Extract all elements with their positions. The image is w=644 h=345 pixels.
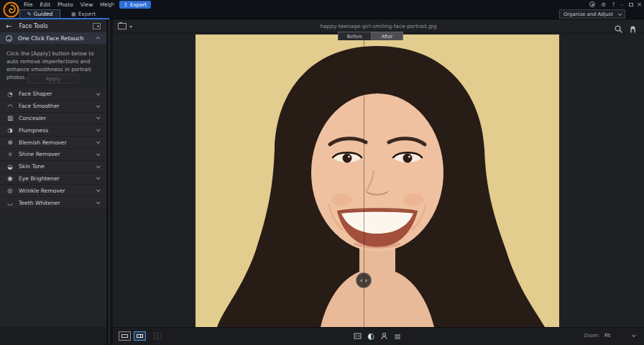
guided-pencil-icon [27,11,32,17]
help-icon[interactable] [610,1,617,8]
chevron-down-icon [96,164,101,168]
panel-header: Face Tools [0,20,106,32]
photodirector-window: FileEditPhotoViewHelp Export Guided Expe… [0,0,644,345]
split-view-icon [137,334,143,338]
concealer-icon: ▥ [4,114,16,121]
menu-file[interactable]: File [20,0,37,9]
face-smoother-icon: ◠ [4,103,16,110]
expert-grid-icon [71,11,76,17]
expert-tab-label: Expert [78,11,96,17]
chevron-down-icon [96,152,101,156]
compare-tabs: Before After [338,32,403,40]
one-click-face-retouch-header[interactable]: One Click Face Retouch [0,32,106,44]
face-retouch-icon [6,35,12,42]
undo-icon[interactable] [100,1,108,9]
chevron-down-icon [96,188,101,193]
face-shaper-icon: ◔ [4,91,16,98]
export-label: Export [130,2,147,8]
compare-mode-icon[interactable] [352,331,362,341]
guided-tab-label: Guided [34,11,53,17]
pan-hand-icon[interactable] [629,22,637,36]
wrinkle-remover-icon: ◎ [4,187,16,194]
single-view-icon [121,334,128,338]
tool-concealer[interactable]: ▥ Concealer [0,113,106,125]
face-tag-icon[interactable] [379,331,389,341]
histogram-icon[interactable] [392,331,402,341]
tool-face-shaper[interactable]: ◔ Face Shaper [0,88,106,101]
tool-face-smoother[interactable]: ◠ Face Smoother [0,101,106,113]
menu-edit[interactable]: Edit [37,0,55,9]
split-view-button[interactable] [134,331,146,341]
panel-options-icon[interactable] [93,23,101,29]
menu-photo[interactable]: Photo [54,0,76,9]
minimize-icon[interactable] [618,1,626,8]
redo-icon[interactable] [109,1,116,9]
apply-label: Apply [46,75,61,82]
split-drag-handle[interactable]: ‹ › [356,272,372,288]
chevron-down-icon [96,116,101,120]
chevron-down-icon [96,128,101,132]
eye-brightener-icon: ◉ [4,175,16,182]
tool-teeth-whitener[interactable]: ◡ Teeth Whitener [0,197,106,209]
tab-before[interactable]: Before [338,32,372,40]
chevron-down-icon [618,12,622,16]
tool-plumpness[interactable]: ◑ Plumpness [0,124,106,137]
tab-after[interactable]: After [372,32,403,40]
maximize-icon[interactable] [627,1,635,8]
tool-blemish-remover[interactable]: ⊕ Blemish Remover [0,137,106,149]
titlebar: FileEditPhotoViewHelp Export Guided Expe… [0,0,644,19]
menu-view[interactable]: View [77,0,97,9]
status-bar: Zoom: Fit [113,327,644,345]
account-avatar-icon[interactable] [588,1,596,8]
chevron-down-icon[interactable] [632,333,636,337]
panel-title: Face Tools [19,23,47,29]
tools-list: ◔ Face Shaper ◠ Face Smoother ▥ Conceale… [0,88,106,209]
shine-remover-icon: ☼ [4,151,16,158]
app-logo-icon[interactable] [3,1,19,18]
chevron-up-icon [96,37,100,41]
face-tools-panel: Face Tools One Click Face Retouch Click … [0,19,106,327]
zoom-fit-dropdown[interactable]: Fit [604,333,610,339]
back-arrow-icon[interactable] [6,23,12,30]
one-to-one-view-icon[interactable] [154,333,162,339]
close-icon[interactable] [635,1,643,8]
plumpness-icon: ◑ [4,126,16,134]
zoom-magnifier-icon[interactable] [615,22,622,36]
panel-splitter[interactable] [106,19,113,345]
blemish-remover-icon: ⊕ [4,139,16,146]
tool-wrinkle-remover[interactable]: ◎ Wrinkle Remover [0,185,106,197]
tool-eye-brightener[interactable]: ◉ Eye Brightener [0,173,106,185]
single-view-button[interactable] [119,331,131,341]
organize-and-adjust-dropdown[interactable]: Organize and Adjust [559,9,625,19]
chevron-down-icon [96,91,101,96]
chevron-down-icon [96,104,101,108]
settings-gear-icon[interactable] [599,1,607,8]
chevron-down-icon [96,176,101,180]
chevron-down-icon [96,140,101,144]
before-after-toggle-icon[interactable] [366,331,376,341]
teeth-whitener-icon: ◡ [4,199,16,206]
organize-label: Organize and Adjust [564,12,613,17]
canvas-area: happy-teenage-girl-smiling-face-portrait… [113,19,644,327]
tool-shine-remover[interactable]: ☼ Shine Remover [0,149,106,161]
section-title: One Click Face Retouch [18,35,83,42]
tool-skin-tone[interactable]: ◒ Skin Tone [0,161,106,173]
export-icon [124,2,128,8]
zoom-label: Zoom: [584,333,600,339]
skin-tone-icon: ◒ [4,163,16,170]
apply-button[interactable]: Apply [27,74,79,83]
chevron-down-icon [96,201,101,205]
export-button[interactable]: Export [119,1,151,9]
portrait-photo[interactable] [196,34,559,327]
